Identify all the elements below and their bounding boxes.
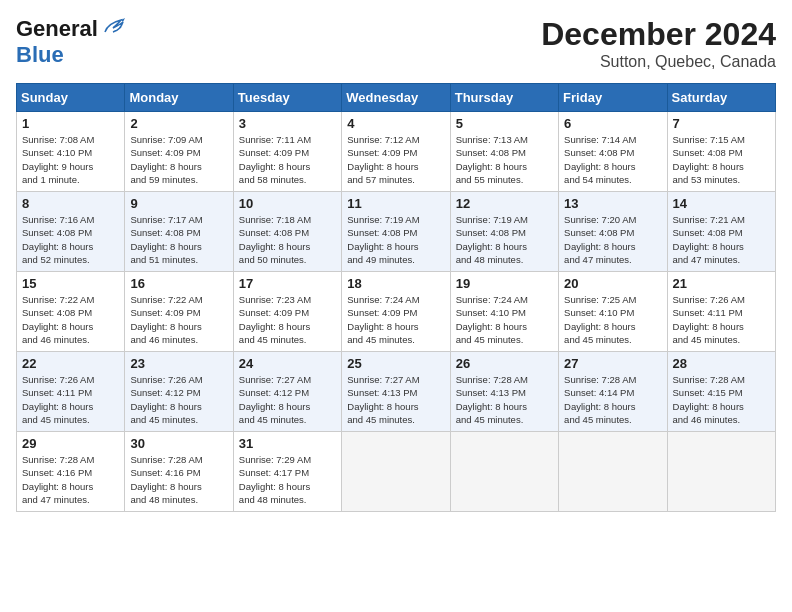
day-info: Sunrise: 7:12 AM Sunset: 4:09 PM Dayligh… (347, 133, 444, 186)
day-info: Sunrise: 7:24 AM Sunset: 4:09 PM Dayligh… (347, 293, 444, 346)
day-info: Sunrise: 7:26 AM Sunset: 4:11 PM Dayligh… (22, 373, 119, 426)
day-info: Sunrise: 7:24 AM Sunset: 4:10 PM Dayligh… (456, 293, 553, 346)
calendar-cell: 17Sunrise: 7:23 AM Sunset: 4:09 PM Dayli… (233, 272, 341, 352)
calendar-cell: 25Sunrise: 7:27 AM Sunset: 4:13 PM Dayli… (342, 352, 450, 432)
day-of-week-header: Tuesday (233, 84, 341, 112)
day-number: 31 (239, 436, 336, 451)
calendar-cell: 21Sunrise: 7:26 AM Sunset: 4:11 PM Dayli… (667, 272, 775, 352)
calendar-cell: 30Sunrise: 7:28 AM Sunset: 4:16 PM Dayli… (125, 432, 233, 512)
day-number: 27 (564, 356, 661, 371)
logo-blue-text: Blue (16, 42, 64, 68)
day-number: 14 (673, 196, 770, 211)
calendar-cell: 15Sunrise: 7:22 AM Sunset: 4:08 PM Dayli… (17, 272, 125, 352)
calendar-body: 1Sunrise: 7:08 AM Sunset: 4:10 PM Daylig… (17, 112, 776, 512)
day-number: 21 (673, 276, 770, 291)
calendar-week-row: 22Sunrise: 7:26 AM Sunset: 4:11 PM Dayli… (17, 352, 776, 432)
day-info: Sunrise: 7:28 AM Sunset: 4:13 PM Dayligh… (456, 373, 553, 426)
day-of-week-header: Saturday (667, 84, 775, 112)
day-number: 4 (347, 116, 444, 131)
calendar-cell: 9Sunrise: 7:17 AM Sunset: 4:08 PM Daylig… (125, 192, 233, 272)
day-number: 24 (239, 356, 336, 371)
day-info: Sunrise: 7:16 AM Sunset: 4:08 PM Dayligh… (22, 213, 119, 266)
day-number: 20 (564, 276, 661, 291)
calendar-cell: 14Sunrise: 7:21 AM Sunset: 4:08 PM Dayli… (667, 192, 775, 272)
month-title: December 2024 (541, 16, 776, 53)
day-of-week-header: Thursday (450, 84, 558, 112)
calendar-cell: 31Sunrise: 7:29 AM Sunset: 4:17 PM Dayli… (233, 432, 341, 512)
day-info: Sunrise: 7:13 AM Sunset: 4:08 PM Dayligh… (456, 133, 553, 186)
day-number: 7 (673, 116, 770, 131)
day-number: 16 (130, 276, 227, 291)
day-info: Sunrise: 7:27 AM Sunset: 4:12 PM Dayligh… (239, 373, 336, 426)
day-of-week-header: Wednesday (342, 84, 450, 112)
day-info: Sunrise: 7:14 AM Sunset: 4:08 PM Dayligh… (564, 133, 661, 186)
calendar-cell: 7Sunrise: 7:15 AM Sunset: 4:08 PM Daylig… (667, 112, 775, 192)
day-number: 6 (564, 116, 661, 131)
calendar-cell (342, 432, 450, 512)
day-info: Sunrise: 7:22 AM Sunset: 4:09 PM Dayligh… (130, 293, 227, 346)
calendar-cell: 12Sunrise: 7:19 AM Sunset: 4:08 PM Dayli… (450, 192, 558, 272)
day-info: Sunrise: 7:27 AM Sunset: 4:13 PM Dayligh… (347, 373, 444, 426)
calendar-cell: 10Sunrise: 7:18 AM Sunset: 4:08 PM Dayli… (233, 192, 341, 272)
calendar-cell: 2Sunrise: 7:09 AM Sunset: 4:09 PM Daylig… (125, 112, 233, 192)
calendar-cell: 3Sunrise: 7:11 AM Sunset: 4:09 PM Daylig… (233, 112, 341, 192)
day-number: 3 (239, 116, 336, 131)
day-info: Sunrise: 7:28 AM Sunset: 4:16 PM Dayligh… (130, 453, 227, 506)
calendar-cell: 16Sunrise: 7:22 AM Sunset: 4:09 PM Dayli… (125, 272, 233, 352)
day-number: 30 (130, 436, 227, 451)
calendar-cell: 8Sunrise: 7:16 AM Sunset: 4:08 PM Daylig… (17, 192, 125, 272)
day-info: Sunrise: 7:26 AM Sunset: 4:11 PM Dayligh… (673, 293, 770, 346)
calendar-cell: 20Sunrise: 7:25 AM Sunset: 4:10 PM Dayli… (559, 272, 667, 352)
logo-bird-icon (103, 18, 125, 36)
day-number: 13 (564, 196, 661, 211)
day-number: 17 (239, 276, 336, 291)
day-number: 26 (456, 356, 553, 371)
day-info: Sunrise: 7:09 AM Sunset: 4:09 PM Dayligh… (130, 133, 227, 186)
calendar-cell: 23Sunrise: 7:26 AM Sunset: 4:12 PM Dayli… (125, 352, 233, 432)
day-number: 29 (22, 436, 119, 451)
day-info: Sunrise: 7:25 AM Sunset: 4:10 PM Dayligh… (564, 293, 661, 346)
day-number: 1 (22, 116, 119, 131)
calendar-cell: 19Sunrise: 7:24 AM Sunset: 4:10 PM Dayli… (450, 272, 558, 352)
day-info: Sunrise: 7:21 AM Sunset: 4:08 PM Dayligh… (673, 213, 770, 266)
day-number: 23 (130, 356, 227, 371)
day-info: Sunrise: 7:29 AM Sunset: 4:17 PM Dayligh… (239, 453, 336, 506)
calendar-cell: 11Sunrise: 7:19 AM Sunset: 4:08 PM Dayli… (342, 192, 450, 272)
day-info: Sunrise: 7:26 AM Sunset: 4:12 PM Dayligh… (130, 373, 227, 426)
day-number: 5 (456, 116, 553, 131)
day-number: 18 (347, 276, 444, 291)
calendar-cell: 28Sunrise: 7:28 AM Sunset: 4:15 PM Dayli… (667, 352, 775, 432)
calendar-cell: 27Sunrise: 7:28 AM Sunset: 4:14 PM Dayli… (559, 352, 667, 432)
day-info: Sunrise: 7:18 AM Sunset: 4:08 PM Dayligh… (239, 213, 336, 266)
day-info: Sunrise: 7:17 AM Sunset: 4:08 PM Dayligh… (130, 213, 227, 266)
day-number: 25 (347, 356, 444, 371)
day-info: Sunrise: 7:08 AM Sunset: 4:10 PM Dayligh… (22, 133, 119, 186)
day-number: 2 (130, 116, 227, 131)
day-number: 22 (22, 356, 119, 371)
day-info: Sunrise: 7:28 AM Sunset: 4:15 PM Dayligh… (673, 373, 770, 426)
day-number: 15 (22, 276, 119, 291)
day-of-week-header: Friday (559, 84, 667, 112)
calendar-cell: 18Sunrise: 7:24 AM Sunset: 4:09 PM Dayli… (342, 272, 450, 352)
day-info: Sunrise: 7:15 AM Sunset: 4:08 PM Dayligh… (673, 133, 770, 186)
day-info: Sunrise: 7:22 AM Sunset: 4:08 PM Dayligh… (22, 293, 119, 346)
calendar-cell: 5Sunrise: 7:13 AM Sunset: 4:08 PM Daylig… (450, 112, 558, 192)
calendar-week-row: 8Sunrise: 7:16 AM Sunset: 4:08 PM Daylig… (17, 192, 776, 272)
calendar-cell: 26Sunrise: 7:28 AM Sunset: 4:13 PM Dayli… (450, 352, 558, 432)
calendar-cell (450, 432, 558, 512)
day-info: Sunrise: 7:19 AM Sunset: 4:08 PM Dayligh… (456, 213, 553, 266)
day-number: 19 (456, 276, 553, 291)
calendar-week-row: 1Sunrise: 7:08 AM Sunset: 4:10 PM Daylig… (17, 112, 776, 192)
location: Sutton, Quebec, Canada (541, 53, 776, 71)
day-number: 12 (456, 196, 553, 211)
day-of-week-header: Monday (125, 84, 233, 112)
calendar-cell: 13Sunrise: 7:20 AM Sunset: 4:08 PM Dayli… (559, 192, 667, 272)
calendar-cell: 29Sunrise: 7:28 AM Sunset: 4:16 PM Dayli… (17, 432, 125, 512)
logo-general: General (16, 16, 98, 42)
day-of-week-header: Sunday (17, 84, 125, 112)
day-info: Sunrise: 7:28 AM Sunset: 4:16 PM Dayligh… (22, 453, 119, 506)
title-area: December 2024 Sutton, Quebec, Canada (541, 16, 776, 71)
day-info: Sunrise: 7:23 AM Sunset: 4:09 PM Dayligh… (239, 293, 336, 346)
day-number: 10 (239, 196, 336, 211)
day-info: Sunrise: 7:28 AM Sunset: 4:14 PM Dayligh… (564, 373, 661, 426)
